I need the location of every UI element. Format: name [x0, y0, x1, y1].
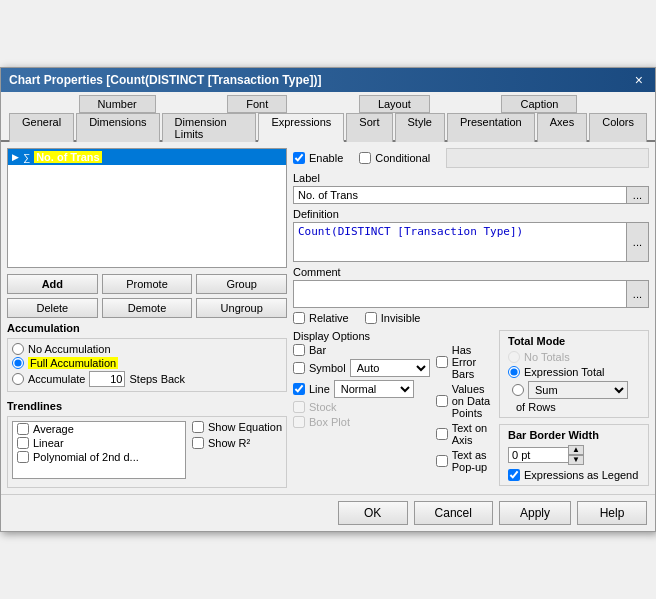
tab-sort[interactable]: Sort — [346, 113, 392, 142]
no-totals-row: No Totals — [508, 351, 640, 363]
linear-checkbox[interactable] — [17, 437, 29, 449]
bar-checkbox[interactable] — [293, 344, 305, 356]
expression-list[interactable]: ▶ ∑ No. of Trans — [7, 148, 287, 268]
relative-checkbox[interactable] — [293, 312, 305, 324]
spinner-buttons: ▲ ▼ — [568, 445, 584, 465]
tab-presentation[interactable]: Presentation — [447, 113, 535, 142]
text-as-popup-checkbox[interactable] — [436, 455, 448, 467]
enable-row: Enable — [293, 152, 343, 164]
expressions-as-legend-label: Expressions as Legend — [524, 469, 638, 481]
expression-total-radio[interactable] — [508, 366, 520, 378]
accumulation-label: Accumulation — [7, 322, 287, 334]
no-totals-label: No Totals — [524, 351, 570, 363]
expression-total-label: Expression Total — [524, 366, 605, 378]
expression-label: No. of Trans — [34, 151, 102, 163]
no-accumulation-row: No Accumulation — [12, 343, 282, 355]
demote-button[interactable]: Demote — [102, 298, 193, 318]
has-error-bars-checkbox[interactable] — [436, 356, 448, 368]
sum-select[interactable]: Sum — [528, 381, 628, 399]
spinner-up-button[interactable]: ▲ — [568, 445, 584, 455]
trendlines-box: Average Linear Polynomial of 2nd d... — [7, 416, 287, 488]
btn-row-1: Add Promote Group — [7, 274, 287, 294]
spinner-down-button[interactable]: ▼ — [568, 455, 584, 465]
box-plot-checkbox[interactable] — [293, 416, 305, 428]
comment-dots-button[interactable]: ... — [626, 280, 649, 308]
tab-general[interactable]: General — [9, 113, 74, 142]
steps-input[interactable] — [89, 371, 125, 387]
bar-row: Bar — [293, 344, 430, 356]
trendline-right: Show Equation Show R² — [192, 421, 282, 483]
ungroup-button[interactable]: Ungroup — [196, 298, 287, 318]
comment-label: Comment — [293, 266, 649, 278]
label-input[interactable] — [293, 186, 626, 204]
conditional-label: Conditional — [375, 152, 430, 164]
invisible-row: Invisible — [365, 312, 421, 324]
line-checkbox[interactable] — [293, 383, 305, 395]
symbol-select[interactable]: Auto — [350, 359, 430, 377]
tab-expressions[interactable]: Expressions — [258, 113, 344, 142]
show-r2-checkbox[interactable] — [192, 437, 204, 449]
btn-row-2: Delete Demote Ungroup — [7, 298, 287, 318]
polynomial-checkbox[interactable] — [17, 451, 29, 463]
tab-colors[interactable]: Colors — [589, 113, 647, 142]
enable-label: Enable — [309, 152, 343, 164]
expression-total-row: Expression Total — [508, 366, 640, 378]
expressions-as-legend-checkbox[interactable] — [508, 469, 520, 481]
tab-style[interactable]: Style — [395, 113, 445, 142]
definition-input-row: Count(DISTINCT [Transaction Type]) ... — [293, 222, 649, 262]
bar-border-label: Bar Border Width — [508, 429, 640, 441]
enable-checkbox[interactable] — [293, 152, 305, 164]
average-checkbox[interactable] — [17, 423, 29, 435]
box-plot-row: Box Plot — [293, 416, 430, 428]
values-on-data-points-checkbox[interactable] — [436, 395, 448, 407]
relative-label: Relative — [309, 312, 349, 324]
full-accumulation-radio[interactable] — [12, 357, 24, 369]
add-button[interactable]: Add — [7, 274, 98, 294]
no-totals-radio[interactable] — [508, 351, 520, 363]
stock-checkbox[interactable] — [293, 401, 305, 413]
definition-dots-button[interactable]: ... — [626, 222, 649, 262]
definition-textarea[interactable]: Count(DISTINCT [Transaction Type]) — [293, 222, 626, 262]
linear-label: Linear — [33, 437, 64, 449]
tab-axes[interactable]: Axes — [537, 113, 587, 142]
group-button[interactable]: Group — [196, 274, 287, 294]
accumulate-radio[interactable] — [12, 373, 24, 385]
expand-icon[interactable]: ▶ — [12, 152, 19, 162]
symbol-checkbox[interactable] — [293, 362, 305, 374]
tab-number[interactable]: Number — [79, 95, 156, 113]
promote-button[interactable]: Promote — [102, 274, 193, 294]
delete-button[interactable]: Delete — [7, 298, 98, 318]
dialog: Chart Properties [Count(DISTINCT [Transa… — [0, 67, 656, 532]
display-col-2: Has Error Bars Values on Data Points Tex… — [436, 344, 491, 473]
expression-item[interactable]: ▶ ∑ No. of Trans — [8, 149, 286, 165]
tab-dimensions[interactable]: Dimensions — [76, 113, 159, 142]
stock-label: Stock — [309, 401, 337, 413]
text-on-axis-checkbox[interactable] — [436, 428, 448, 440]
tab-caption[interactable]: Caption — [501, 95, 577, 113]
tab-layout[interactable]: Layout — [359, 95, 430, 113]
text-on-axis-label: Text on Axis — [452, 422, 491, 446]
cancel-button[interactable]: Cancel — [414, 501, 493, 525]
conditional-checkbox[interactable] — [359, 152, 371, 164]
has-error-bars-label: Has Error Bars — [452, 344, 491, 380]
total-mode-box: Total Mode No Totals Expression Total — [499, 330, 649, 418]
close-button[interactable]: × — [631, 72, 647, 88]
apply-button[interactable]: Apply — [499, 501, 571, 525]
definition-label: Definition — [293, 208, 649, 220]
invisible-checkbox[interactable] — [365, 312, 377, 324]
tab-dimension-limits[interactable]: Dimension Limits — [162, 113, 257, 142]
line-select[interactable]: Normal — [334, 380, 414, 398]
trend-item-polynomial: Polynomial of 2nd d... — [13, 450, 185, 464]
trendlines-list[interactable]: Average Linear Polynomial of 2nd d... — [12, 421, 186, 479]
show-equation-checkbox[interactable] — [192, 421, 204, 433]
comment-textarea[interactable] — [293, 280, 626, 308]
symbol-row: Symbol Auto — [293, 359, 430, 377]
label-dots-button[interactable]: ... — [626, 186, 649, 204]
ok-button[interactable]: OK — [338, 501, 408, 525]
help-button[interactable]: Help — [577, 501, 647, 525]
no-accumulation-radio[interactable] — [12, 343, 24, 355]
sum-radio[interactable] — [512, 384, 524, 396]
tab-font[interactable]: Font — [227, 95, 287, 113]
bar-border-input[interactable] — [508, 447, 568, 463]
label-field-label: Label — [293, 172, 649, 184]
